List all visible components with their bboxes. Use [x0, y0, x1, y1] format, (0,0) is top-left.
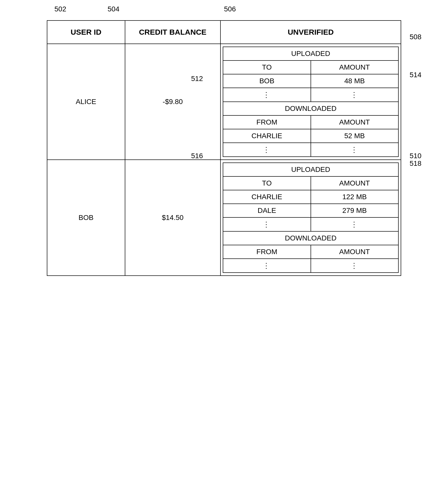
- bob-uploaded-subheader-row: TO AMOUNT: [223, 176, 398, 190]
- bob-downloaded-amount-dots: ⋮: [311, 259, 399, 273]
- bob-uploaded-header: UPLOADED: [223, 163, 398, 176]
- alice-downloaded-amount-header: AMOUNT: [311, 115, 399, 129]
- alice-downloaded-from-1: CHARLIE: [223, 129, 311, 143]
- bob-uploaded-to-1: CHARLIE: [223, 190, 311, 204]
- list-item: CHARLIE 122 MB: [223, 190, 398, 204]
- alice-to-header: TO: [223, 60, 311, 74]
- bob-credit-balance: $14.50: [125, 160, 220, 276]
- bob-uploaded-amount-dots: ⋮: [311, 217, 399, 231]
- bob-uploaded-to-2: DALE: [223, 204, 311, 217]
- callout-502: 502: [54, 5, 66, 13]
- bob-uploaded-header-row: UPLOADED: [223, 163, 398, 176]
- table-row: BOB $14.50 UPLOADED TO AMOUNT: [47, 160, 401, 276]
- callout-508: 508: [410, 33, 421, 41]
- bob-unverified-cell: UPLOADED TO AMOUNT CHARLIE 122 MB: [220, 160, 401, 276]
- bob-uploaded-amount-1: 122 MB: [311, 190, 399, 204]
- callout-506: 506: [224, 5, 236, 13]
- alice-downloaded-subheader-row: FROM AMOUNT: [223, 115, 398, 129]
- header-row: USER ID CREDIT BALANCE UNVERIFIED: [47, 21, 401, 44]
- bob-downloaded-amount-header: AMOUNT: [311, 245, 399, 259]
- list-item: ⋮ ⋮: [223, 217, 398, 231]
- alice-downloaded-from-dots: ⋮: [223, 143, 311, 157]
- bob-downloaded-header-row: DOWNLOADED: [223, 231, 398, 245]
- alice-downloaded-header: DOWNLOADED: [223, 102, 398, 115]
- alice-downloaded-amount-1: 52 MB: [311, 129, 399, 143]
- callout-518: 518: [410, 159, 421, 168]
- list-item: ⋮ ⋮: [223, 143, 398, 157]
- callout-510: 510: [410, 152, 421, 160]
- bob-downloaded-from-dots: ⋮: [223, 259, 311, 273]
- bob-to-header: TO: [223, 176, 311, 190]
- alice-uploaded-header: UPLOADED: [223, 47, 398, 60]
- alice-unverified-cell: UPLOADED TO AMOUNT BOB 48 MB: [220, 44, 401, 160]
- alice-from-header: FROM: [223, 115, 311, 129]
- table-row: ALICE -$9.80 UPLOADED TO AMOUNT: [47, 44, 401, 160]
- main-table: USER ID CREDIT BALANCE UNVERIFIED ALICE …: [47, 20, 401, 276]
- alice-downloaded-amount-dots: ⋮: [311, 143, 399, 157]
- list-item: ⋮ ⋮: [223, 259, 398, 273]
- alice-downloaded-header-row: DOWNLOADED: [223, 102, 398, 115]
- alice-inner-table: UPLOADED TO AMOUNT BOB 48 MB: [223, 47, 399, 157]
- bob-user-id: BOB: [47, 160, 125, 276]
- callout-504: 504: [108, 5, 119, 13]
- bob-from-header: FROM: [223, 245, 311, 259]
- list-item: CHARLIE 52 MB: [223, 129, 398, 143]
- header-unverified: UNVERIFIED: [220, 21, 401, 44]
- alice-credit-balance: -$9.80: [125, 44, 220, 160]
- bob-uploaded-to-dots: ⋮: [223, 217, 311, 231]
- bob-downloaded-header: DOWNLOADED: [223, 231, 398, 245]
- bob-inner-table: UPLOADED TO AMOUNT CHARLIE 122 MB: [223, 162, 399, 273]
- list-item: BOB 48 MB: [223, 74, 398, 88]
- header-credit-balance: CREDIT BALANCE: [125, 21, 220, 44]
- bob-uploaded-amount-header: AMOUNT: [311, 176, 399, 190]
- alice-uploaded-amount-1: 48 MB: [311, 74, 399, 88]
- page-wrapper: 502 504 506 508 510 512 514 516 518 USER…: [47, 20, 401, 276]
- alice-user-id: ALICE: [47, 44, 125, 160]
- bob-uploaded-amount-2: 279 MB: [311, 204, 399, 217]
- header-user-id: USER ID: [47, 21, 125, 44]
- list-item: DALE 279 MB: [223, 204, 398, 217]
- alice-uploaded-to-dots: ⋮: [223, 88, 311, 102]
- alice-uploaded-subheader-row: TO AMOUNT: [223, 60, 398, 74]
- alice-uploaded-to-1: BOB: [223, 74, 311, 88]
- alice-uploaded-amount-header: AMOUNT: [311, 60, 399, 74]
- alice-uploaded-amount-dots: ⋮: [311, 88, 399, 102]
- list-item: ⋮ ⋮: [223, 88, 398, 102]
- bob-downloaded-subheader-row: FROM AMOUNT: [223, 245, 398, 259]
- alice-uploaded-header-row: UPLOADED: [223, 47, 398, 60]
- callout-514: 514: [410, 71, 421, 79]
- callout-512: 512: [191, 75, 203, 83]
- callout-516: 516: [191, 152, 203, 160]
